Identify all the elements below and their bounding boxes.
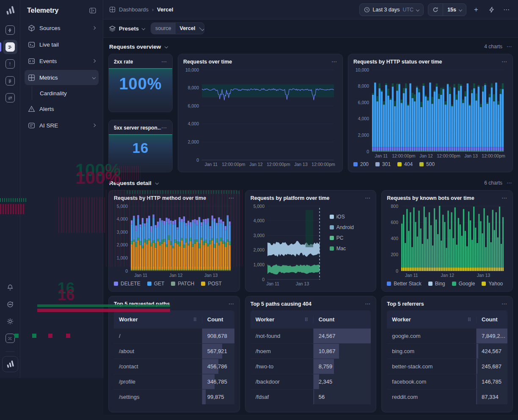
presets-button[interactable]: Presets [109,25,145,32]
sidebar-item-events[interactable]: Events [25,53,99,69]
svg-text:400: 400 [391,236,399,241]
svg-text:8,000: 8,000 [358,83,369,88]
section-collapse-chevron[interactable] [165,45,168,48]
http-status-chart[interactable]: 02,0004,0006,0008,00010,000Jan 1112:00:0… [353,66,507,160]
legend-item-200[interactable]: 200 [353,161,369,167]
card-menu-button[interactable] [501,301,507,307]
table-row: /hwo-to8,759 [251,359,371,374]
sidebar-item-ai-sre[interactable]: AI SRE [25,118,99,133]
legend-item-better-stack[interactable]: Better Stack [387,281,421,287]
feedback-chat-icon[interactable] [3,297,17,312]
legend-item-ios[interactable]: iOS [330,214,345,220]
legend-color-swatch [419,162,424,166]
card-menu-button[interactable] [161,124,167,131]
theme-sun-icon[interactable] [3,314,17,329]
legend-item-404[interactable]: 404 [397,161,413,167]
column-header-count[interactable]: Count [313,316,371,323]
svg-text:600: 600 [391,220,399,225]
count-cell: 424,567 [476,344,507,359]
collapse-panel-icon[interactable] [89,8,96,14]
svg-text:2,000: 2,000 [117,242,128,247]
chevron-right-icon [92,59,96,63]
rail-live-tail-icon[interactable] [3,40,17,54]
quick-actions-bolt-icon[interactable] [486,4,497,15]
column-header-worker[interactable]: Worker [114,316,202,323]
filter-chip-source[interactable]: source Vercel [151,22,204,34]
rail-logs-icon[interactable] [3,74,17,88]
svg-text:12:00:00pm: 12:00:00pm [392,153,416,158]
rail-integrations-icon[interactable]: ⇄ [3,91,17,105]
legend-item-google[interactable]: Google [452,281,475,287]
card-menu-button[interactable] [161,58,167,65]
legend-item-android[interactable]: Android [330,224,354,230]
legend-item-delete[interactable]: DELETE [114,281,141,287]
card-menu-button[interactable] [365,195,371,201]
rail-incident-icon[interactable]: ! [3,57,17,71]
card-menu-button[interactable] [365,301,371,307]
column-drag-handle-icon[interactable] [305,316,308,323]
refresh-button[interactable] [428,4,443,16]
refresh-icon [433,7,438,13]
section-menu-button[interactable] [507,180,512,186]
legend-item-get[interactable]: GET [147,281,165,287]
svg-text:Jan 13: Jan 13 [204,273,218,278]
column-header-count[interactable]: Count [476,316,507,323]
legend-item-pc[interactable]: PC [330,235,344,241]
column-header-count[interactable]: Count [202,316,234,323]
column-drag-handle-icon[interactable] [193,316,197,323]
card-menu-button[interactable] [229,301,234,307]
svg-text:12:00:00pm: 12:00:00pm [222,162,245,167]
legend-item-301[interactable]: 301 [375,161,391,167]
table-row: /fdsaf56 [251,389,371,404]
count-cell: 245,687 [476,359,507,374]
legend-color-swatch [397,162,402,166]
worker-cell: /profile [114,374,202,389]
legend-item-500[interactable]: 500 [419,161,435,167]
legend-item-post[interactable]: POST [201,281,222,287]
refresh-interval-button[interactable]: 15s [443,4,466,16]
card-menu-button[interactable] [331,58,337,65]
top-requested-paths-table: WorkerCount/908,678/about567,921/contact… [114,310,234,409]
card-menu-button[interactable] [229,195,234,201]
section-collapse-chevron[interactable] [155,181,159,185]
legend-item-mac[interactable]: Mac [330,246,346,251]
http-method-chart[interactable]: 01,0002,0003,0004,0005,000Jan 11Jan 12Ja… [114,203,234,279]
apps-grid-icon[interactable] [3,331,17,345]
card-menu-button[interactable] [501,58,507,65]
breadcrumb-dashboards[interactable]: Dashboards [119,6,149,13]
count-value: 456,786 [207,363,227,370]
add-chart-button[interactable] [471,4,482,15]
table-header-row: WorkerCount [251,310,371,328]
sidebar-subitem-cardinality[interactable]: Cardinality [32,86,99,100]
sidebar-item-live-tail[interactable]: Live tail [25,37,99,52]
section-menu-button[interactable] [507,44,512,50]
column-drag-handle-icon[interactable] [468,316,471,323]
top-referrers-table: WorkerCountgoogle.com7,849,2…bing.com424… [387,310,507,409]
main-area: Dashboards › Vercel Last 3 days UTC [103,0,518,415]
more-menu-button[interactable] [501,4,512,15]
platform-chart[interactable]: 01,0002,0003,0004,0005,000Jan 11Jan 13 [251,203,324,288]
svg-text:0: 0 [262,277,265,282]
svg-text:Jan 12: Jan 12 [419,153,433,158]
svg-text:0: 0 [366,149,369,154]
notifications-bell-icon[interactable] [3,280,17,295]
column-header-worker[interactable]: Worker [387,316,476,323]
sidebar-item-alerts[interactable]: Alerts [25,101,99,116]
known-bots-chart[interactable]: 0200400600800Jan 11Jan 12Jan 13 [387,203,507,279]
legend-item-bing[interactable]: Bing [428,281,445,287]
sidebar-item-metrics[interactable]: Metrics [25,70,99,85]
chart-title: Requests by known bots over time [387,195,474,201]
sidebar-item-sources[interactable]: Sources [25,20,99,36]
count-bar [477,359,477,374]
requests-over-time-chart[interactable]: 02,0004,0006,0008,00010,000Jan 1112:00:0… [183,66,337,169]
sidebar-item-label: Metrics [39,75,58,81]
svg-text:Jan 11: Jan 11 [204,162,218,167]
time-range-button[interactable]: Last 3 days UTC [359,3,424,16]
card-menu-button[interactable] [501,195,507,201]
better-stack-logo-button[interactable] [2,356,18,372]
legend-item-patch[interactable]: PATCH [171,281,194,287]
rail-flash-icon[interactable] [3,23,17,37]
legend-item-yahoo[interactable]: Yahoo [482,281,503,287]
table-title: Top 5 requested paths [114,301,170,307]
column-header-worker[interactable]: Worker [251,316,313,323]
